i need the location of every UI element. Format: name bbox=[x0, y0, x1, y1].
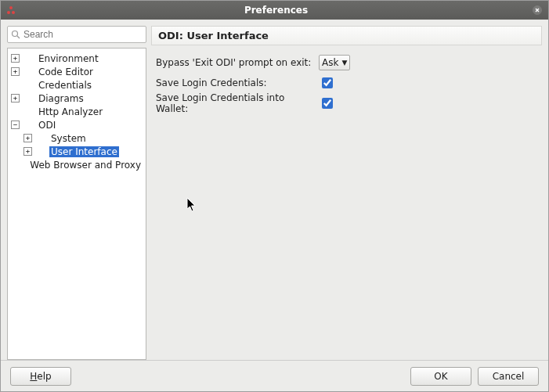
expand-icon[interactable]: + bbox=[23, 147, 32, 156]
svg-point-4 bbox=[13, 31, 18, 37]
search-field[interactable] bbox=[7, 26, 146, 43]
folder-icon bbox=[35, 147, 46, 156]
search-input[interactable] bbox=[20, 28, 143, 41]
save-wallet-checkbox[interactable] bbox=[322, 98, 333, 109]
tree-item-user-interface[interactable]: +User Interface bbox=[22, 145, 144, 158]
save-wallet-label: Save Login Credentials into Wallet: bbox=[156, 92, 319, 114]
tree-item-odi[interactable]: −ODI bbox=[9, 118, 144, 131]
ok-button[interactable]: OK bbox=[410, 367, 471, 386]
chevron-down-icon: ▼ bbox=[341, 59, 347, 67]
titlebar: Preferences bbox=[1, 1, 548, 20]
bypass-value: Ask bbox=[322, 57, 338, 68]
cancel-button[interactable]: Cancel bbox=[478, 367, 539, 386]
folder-icon bbox=[23, 67, 34, 77]
tree-item-http-analyzer[interactable]: Http Analyzer bbox=[9, 105, 144, 118]
panel-title: ODI: User Interface bbox=[158, 30, 269, 41]
expand-icon[interactable]: + bbox=[11, 94, 20, 102]
tree[interactable]: +Environment +Code Editor Credentials +D… bbox=[7, 48, 146, 360]
tree-item-system[interactable]: +System bbox=[22, 131, 144, 145]
window-title: Preferences bbox=[21, 5, 531, 16]
svg-line-5 bbox=[17, 36, 20, 38]
folder-icon bbox=[23, 81, 34, 90]
tree-item-web-browser-proxy[interactable]: Web Browser and Proxy bbox=[9, 158, 144, 171]
sidebar: +Environment +Code Editor Credentials +D… bbox=[7, 26, 146, 360]
svg-point-0 bbox=[9, 6, 13, 9]
svg-point-2 bbox=[12, 11, 15, 14]
folder-icon bbox=[23, 107, 34, 117]
save-creds-label: Save Login Credentials: bbox=[156, 77, 319, 88]
close-icon[interactable] bbox=[531, 4, 544, 16]
panel-header: ODI: User Interface bbox=[151, 26, 542, 45]
folder-icon bbox=[23, 94, 34, 103]
app-icon bbox=[5, 5, 16, 16]
expand-icon[interactable]: + bbox=[23, 134, 32, 142]
help-button[interactable]: Help bbox=[10, 367, 71, 386]
folder-icon bbox=[23, 120, 34, 130]
button-bar: Help OK Cancel bbox=[1, 360, 548, 391]
folder-icon bbox=[19, 160, 25, 170]
expand-icon[interactable]: + bbox=[11, 67, 20, 76]
save-creds-checkbox[interactable] bbox=[322, 77, 333, 88]
main-panel: ODI: User Interface Bypass 'Exit ODI' pr… bbox=[151, 26, 542, 360]
expand-icon[interactable]: + bbox=[11, 54, 20, 63]
search-icon bbox=[11, 29, 20, 40]
tree-item-environment[interactable]: +Environment bbox=[9, 52, 144, 65]
tree-item-diagrams[interactable]: +Diagrams bbox=[9, 92, 144, 105]
folder-icon bbox=[35, 134, 46, 143]
collapse-icon[interactable]: − bbox=[11, 120, 20, 129]
tree-item-code-editor[interactable]: +Code Editor bbox=[9, 65, 144, 78]
svg-point-1 bbox=[7, 11, 10, 14]
bypass-select[interactable]: Ask ▼ bbox=[319, 55, 350, 70]
folder-icon bbox=[23, 54, 34, 63]
tree-item-credentials[interactable]: Credentials bbox=[9, 78, 144, 92]
bypass-label: Bypass 'Exit ODI' prompt on exit: bbox=[156, 57, 319, 68]
